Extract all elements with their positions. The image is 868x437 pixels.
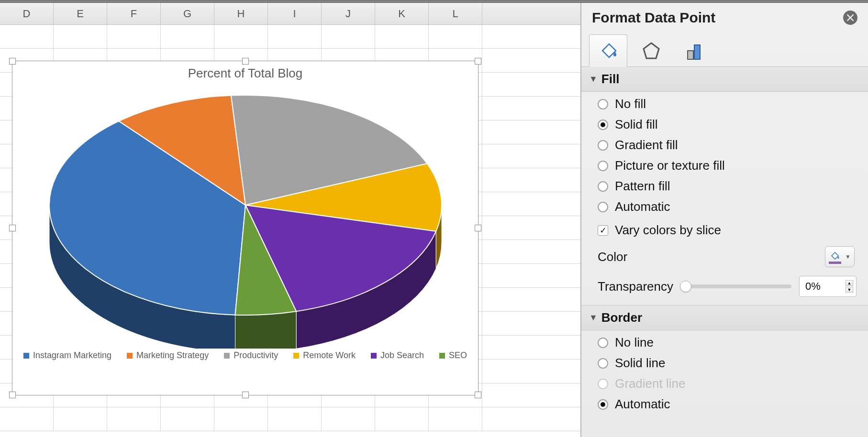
radio-icon bbox=[598, 161, 608, 171]
column-header[interactable]: F bbox=[107, 3, 161, 24]
paint-bucket-icon bbox=[830, 250, 840, 261]
radio-gradient-fill[interactable]: Gradient fill bbox=[598, 138, 857, 153]
transparency-slider[interactable] bbox=[681, 281, 791, 292]
resize-handle[interactable] bbox=[242, 392, 249, 398]
close-pane-button[interactable] bbox=[843, 11, 857, 25]
pie-chart[interactable] bbox=[12, 81, 478, 349]
pane-tabs bbox=[581, 34, 868, 67]
section-fill-body: No fill Solid fill Gradient fill Picture… bbox=[581, 92, 868, 306]
cell[interactable] bbox=[268, 25, 322, 48]
step-up-button[interactable]: ▲ bbox=[846, 280, 853, 286]
chart-legend[interactable]: Instagram MarketingMarketing StrategyPro… bbox=[12, 350, 478, 361]
column-header[interactable]: E bbox=[54, 3, 107, 24]
legend-item[interactable]: Job Search bbox=[371, 350, 424, 361]
resize-handle[interactable] bbox=[475, 58, 481, 65]
transparency-row: Transparency 0% ▲ ▼ bbox=[598, 276, 857, 297]
cell[interactable] bbox=[375, 407, 429, 431]
cell[interactable] bbox=[322, 407, 375, 431]
tab-effects[interactable] bbox=[632, 34, 670, 67]
cell[interactable] bbox=[214, 407, 268, 431]
radio-solid-fill[interactable]: Solid fill bbox=[598, 117, 857, 132]
step-down-button[interactable]: ▼ bbox=[846, 287, 853, 293]
resize-handle[interactable] bbox=[9, 392, 16, 398]
radio-label: Solid line bbox=[615, 356, 666, 371]
color-row: Color ▼ bbox=[598, 246, 857, 267]
radio-label: Picture or texture fill bbox=[615, 158, 725, 173]
chart-object[interactable]: Percent of Total Blog Instagram Marketin… bbox=[12, 61, 479, 395]
legend-marker bbox=[127, 353, 133, 359]
fill-color-button[interactable]: ▼ bbox=[825, 246, 855, 267]
cell[interactable] bbox=[107, 25, 161, 48]
column-header[interactable]: H bbox=[214, 3, 268, 24]
format-pane: Format Data Point bbox=[581, 3, 868, 437]
svg-rect-1 bbox=[694, 45, 700, 59]
cell[interactable] bbox=[0, 25, 54, 48]
bar-chart-icon bbox=[684, 40, 705, 61]
cell[interactable] bbox=[322, 25, 375, 48]
radio-icon bbox=[598, 140, 608, 151]
cell[interactable] bbox=[0, 407, 54, 431]
legend-label: Productivity bbox=[234, 350, 278, 361]
cell[interactable] bbox=[214, 25, 268, 48]
column-header[interactable]: L bbox=[429, 3, 482, 24]
resize-handle[interactable] bbox=[9, 58, 16, 65]
legend-item[interactable]: SEO bbox=[439, 350, 467, 361]
section-fill-header[interactable]: ▼ Fill bbox=[581, 66, 868, 92]
radio-icon bbox=[598, 338, 608, 348]
paint-bucket-icon bbox=[598, 40, 619, 61]
column-headers: DEFGHIJKL bbox=[0, 3, 580, 25]
radio-label: Automatic bbox=[615, 199, 670, 214]
resize-handle[interactable] bbox=[475, 392, 481, 398]
legend-marker bbox=[371, 353, 377, 359]
column-header[interactable]: I bbox=[268, 3, 322, 24]
chart-title[interactable]: Percent of Total Blog bbox=[12, 66, 478, 81]
cell[interactable] bbox=[54, 407, 107, 431]
pane-title: Format Data Point bbox=[592, 10, 715, 26]
radio-gradient-line: Gradient line bbox=[598, 376, 857, 391]
radio-no-fill[interactable]: No fill bbox=[598, 97, 857, 111]
cell[interactable] bbox=[54, 25, 107, 48]
legend-marker bbox=[293, 353, 299, 359]
radio-automatic-fill[interactable]: Automatic bbox=[598, 199, 857, 214]
legend-label: SEO bbox=[449, 350, 467, 361]
radio-solid-line[interactable]: Solid line bbox=[598, 356, 857, 371]
tab-series-options[interactable] bbox=[675, 34, 713, 67]
column-header[interactable]: J bbox=[322, 3, 375, 24]
legend-label: Remote Work bbox=[303, 350, 356, 361]
cell[interactable] bbox=[161, 407, 214, 431]
column-header[interactable]: D bbox=[0, 3, 54, 24]
radio-icon bbox=[598, 399, 608, 410]
cell[interactable] bbox=[268, 407, 322, 431]
column-header[interactable]: G bbox=[161, 3, 214, 24]
pentagon-icon bbox=[641, 40, 662, 61]
radio-icon bbox=[598, 120, 608, 130]
cell-grid[interactable]: Percent of Total Blog Instagram Marketin… bbox=[0, 25, 580, 437]
radio-pattern-fill[interactable]: Pattern fill bbox=[598, 179, 857, 194]
radio-automatic-line[interactable]: Automatic bbox=[598, 397, 857, 412]
legend-item[interactable]: Instagram Marketing bbox=[23, 350, 111, 361]
cell[interactable] bbox=[107, 407, 161, 431]
transparency-label: Transparency bbox=[598, 279, 673, 294]
cell[interactable] bbox=[429, 407, 482, 431]
radio-label: No line bbox=[615, 335, 654, 350]
legend-item[interactable]: Productivity bbox=[224, 350, 278, 361]
pane-header: Format Data Point bbox=[581, 3, 868, 34]
section-border-header[interactable]: ▼ Border bbox=[581, 305, 868, 330]
radio-picture-fill[interactable]: Picture or texture fill bbox=[598, 158, 857, 173]
cell[interactable] bbox=[161, 25, 214, 48]
close-icon bbox=[847, 14, 854, 21]
transparency-input[interactable]: 0% ▲ ▼ bbox=[799, 276, 857, 297]
radio-no-line[interactable]: No line bbox=[598, 335, 857, 350]
legend-item[interactable]: Remote Work bbox=[293, 350, 356, 361]
resize-handle[interactable] bbox=[242, 58, 249, 65]
svg-rect-0 bbox=[688, 51, 693, 59]
column-header[interactable]: K bbox=[375, 3, 429, 24]
checkbox-icon: ✓ bbox=[598, 225, 608, 236]
stepper[interactable]: ▲ ▼ bbox=[846, 280, 853, 293]
caret-down-icon: ▼ bbox=[845, 253, 851, 260]
checkbox-vary-colors[interactable]: ✓ Vary colors by slice bbox=[598, 223, 857, 238]
legend-item[interactable]: Marketing Strategy bbox=[127, 350, 209, 361]
cell[interactable] bbox=[375, 25, 429, 48]
cell[interactable] bbox=[429, 25, 482, 48]
tab-fill-line[interactable] bbox=[589, 34, 627, 67]
